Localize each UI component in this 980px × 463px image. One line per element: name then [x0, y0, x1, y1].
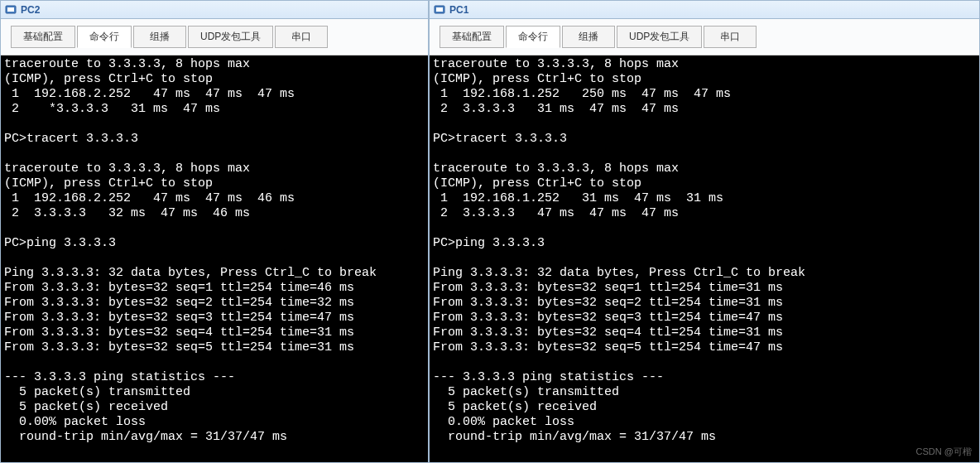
tab-serial[interactable]: 串口: [275, 26, 328, 48]
terminal-output-pc2[interactable]: traceroute to 3.3.3.3, 8 hops max (ICMP)…: [1, 55, 428, 462]
window-title: PC2: [21, 4, 40, 16]
title-bar-pc2[interactable]: PC2: [1, 1, 428, 19]
tabs-pc2: 基础配置 命令行 组播 UDP发包工具 串口: [1, 19, 428, 55]
tab-udp-tool[interactable]: UDP发包工具: [188, 26, 273, 48]
tabs-pc1: 基础配置 命令行 组播 UDP发包工具 串口: [430, 19, 979, 55]
tab-multicast[interactable]: 组播: [133, 26, 186, 48]
tab-cli[interactable]: 命令行: [506, 26, 560, 48]
window-title: PC1: [449, 4, 468, 16]
window-pc1: PC1 基础配置 命令行 组播 UDP发包工具 串口 traceroute to…: [429, 0, 980, 463]
terminal-output-pc1[interactable]: traceroute to 3.3.3.3, 8 hops max (ICMP)…: [430, 55, 979, 462]
tab-serial[interactable]: 串口: [704, 26, 757, 48]
tab-multicast[interactable]: 组播: [562, 26, 615, 48]
svg-rect-1: [7, 7, 14, 12]
tab-udp-tool[interactable]: UDP发包工具: [617, 26, 702, 48]
svg-rect-3: [436, 7, 443, 12]
tab-basic-config[interactable]: 基础配置: [11, 26, 75, 48]
window-pc2: PC2 基础配置 命令行 组播 UDP发包工具 串口 traceroute to…: [0, 0, 429, 463]
app-icon: [4, 3, 17, 17]
title-bar-pc1[interactable]: PC1: [430, 1, 979, 19]
tab-basic-config[interactable]: 基础配置: [440, 26, 504, 48]
app-icon: [433, 3, 446, 17]
tab-cli[interactable]: 命令行: [77, 26, 132, 48]
